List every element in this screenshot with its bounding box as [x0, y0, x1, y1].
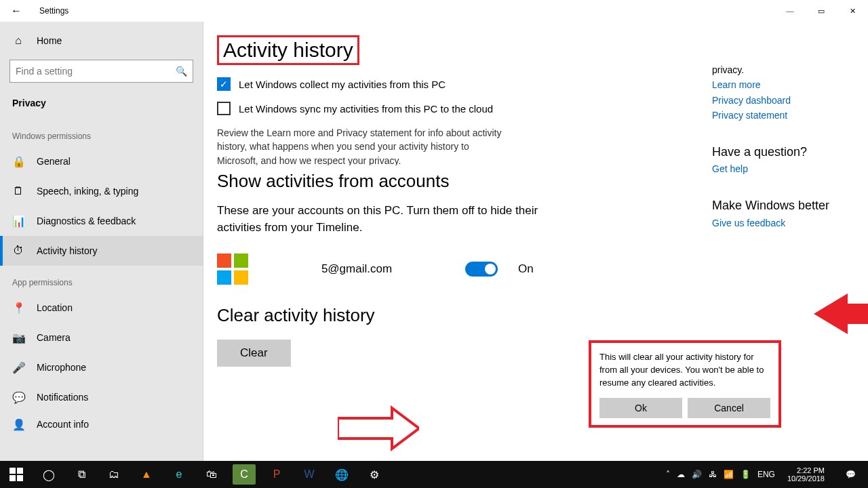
svg-marker-0 — [814, 293, 868, 334]
sidebar-item-label: Camera — [37, 332, 71, 343]
close-button[interactable]: ✕ — [837, 0, 868, 22]
feedback-link[interactable]: Give us feedback — [712, 216, 848, 230]
sidebar-item-label: Activity history — [37, 245, 97, 256]
clock-time: 2:22 PM — [787, 466, 825, 474]
camera-icon: 📷 — [12, 331, 24, 344]
dialog-message: This will clear all your activity histor… — [599, 351, 770, 390]
section-app-permissions: App permissions — [0, 266, 203, 293]
back-button[interactable]: ← — [0, 0, 33, 22]
sidebar-item-speech[interactable]: 🗒Speech, inking, & typing — [0, 176, 203, 206]
sidebar-item-location[interactable]: 📍Location — [0, 293, 203, 323]
learn-more-link[interactable]: Learn more — [712, 77, 848, 92]
sidebar-item-notifications[interactable]: 💬Notifications — [0, 382, 203, 412]
question-header: Have a question? — [712, 142, 848, 162]
account-toggle[interactable] — [465, 262, 498, 277]
system-tray[interactable]: ˄ ☁ 🔊 🖧 📶 🔋 ENG 2:22 PM 10/29/2018 💬 — [666, 461, 868, 488]
sidebar-item-label: Notifications — [37, 392, 88, 403]
checkbox-label: Let Windows collect my activities from t… — [239, 79, 446, 90]
diagnostics-icon: 📊 — [12, 215, 24, 228]
tray-volume-icon[interactable]: 🔊 — [692, 470, 702, 479]
toggle-state-label: On — [518, 262, 534, 276]
task-view-icon[interactable]: ⧉ — [65, 461, 98, 488]
chrome-icon[interactable]: 🌐 — [326, 461, 358, 488]
confirm-dialog: This will clear all your activity histor… — [589, 340, 781, 428]
tray-language[interactable]: ENG — [757, 470, 775, 479]
edge-icon[interactable]: e — [163, 461, 195, 488]
app-title: Settings — [33, 6, 68, 16]
maximize-button[interactable]: ▭ — [806, 0, 837, 22]
main-content: Activity history ✓ Let Windows collect m… — [203, 22, 868, 461]
tray-chevron-icon[interactable]: ˄ — [666, 470, 670, 479]
svg-rect-5 — [17, 475, 23, 481]
camtasia-icon[interactable]: C — [233, 464, 256, 485]
action-center-icon[interactable]: 💬 — [837, 461, 864, 488]
search-box[interactable]: 🔍 — [9, 60, 193, 83]
review-description: Review the Learn more and Privacy statem… — [217, 126, 509, 165]
sidebar-item-activity-history[interactable]: ⏱Activity history — [0, 236, 203, 266]
sidebar-item-general[interactable]: 🔒General — [0, 146, 203, 176]
file-explorer-icon[interactable]: 🗂 — [98, 461, 130, 488]
privacy-dashboard-link[interactable]: Privacy dashboard — [712, 93, 848, 108]
clear-history-header: Clear activity history — [217, 305, 848, 326]
tray-battery-icon[interactable]: 🔋 — [741, 470, 751, 479]
page-title: Activity history — [217, 35, 359, 65]
store-icon[interactable]: 🛍 — [195, 461, 228, 488]
annotation-arrow-solid — [814, 291, 868, 336]
sidebar-home[interactable]: ⌂ Home — [0, 26, 203, 56]
cortana-icon[interactable]: ◯ — [33, 461, 65, 488]
sidebar-item-microphone[interactable]: 🎤Microphone — [0, 352, 203, 382]
clipboard-icon: 🗒 — [12, 185, 24, 197]
get-help-link[interactable]: Get help — [712, 161, 848, 176]
sidebar-item-camera[interactable]: 📷Camera — [0, 323, 203, 352]
settings-taskbar-icon[interactable]: ⚙ — [358, 461, 391, 488]
sidebar-item-label: Account info — [37, 419, 89, 430]
svg-rect-4 — [9, 475, 16, 481]
privacy-statement-link[interactable]: Privacy statement — [712, 108, 848, 123]
privacy-category[interactable]: Privacy — [0, 91, 203, 119]
location-icon: 📍 — [12, 302, 24, 314]
info-pane: privacy. Learn more Privacy dashboard Pr… — [712, 62, 848, 230]
word-icon[interactable]: W — [293, 461, 326, 488]
annotation-arrow-outline — [338, 405, 419, 452]
sidebar-item-label: Microphone — [37, 362, 86, 373]
sidebar-item-diagnostics[interactable]: 📊Diagnostics & feedback — [0, 206, 203, 236]
search-icon: 🔍 — [176, 66, 187, 77]
home-icon: ⌂ — [12, 35, 24, 47]
notifications-icon: 💬 — [12, 391, 24, 404]
tray-network-icon[interactable]: 🖧 — [709, 470, 717, 479]
sidebar-item-label: General — [37, 156, 71, 167]
search-input[interactable] — [16, 66, 176, 77]
checkbox-icon: ✓ — [217, 77, 231, 91]
dialog-ok-button[interactable]: Ok — [599, 398, 682, 418]
svg-marker-1 — [338, 408, 419, 449]
feedback-header: Make Windows better — [712, 196, 848, 216]
sidebar-item-label: Location — [37, 302, 73, 313]
checkbox-label: Let Windows sync my activities from this… — [239, 103, 493, 115]
lock-icon: 🔒 — [12, 155, 24, 168]
minimize-button[interactable]: — — [774, 0, 806, 22]
tray-wifi-icon[interactable]: 📶 — [724, 470, 734, 479]
start-button[interactable] — [0, 461, 33, 488]
powerpoint-icon[interactable]: P — [260, 461, 293, 488]
sidebar-home-label: Home — [37, 35, 62, 46]
clock[interactable]: 2:22 PM 10/29/2018 — [782, 466, 830, 483]
vlc-icon[interactable]: ▲ — [130, 461, 163, 488]
account-email: 5@gmail.com — [262, 262, 452, 276]
taskbar: ◯ ⧉ 🗂 ▲ e 🛍 C P W 🌐 ⚙ ˄ ☁ 🔊 🖧 📶 🔋 ENG 2:… — [0, 461, 868, 488]
sidebar-item-label: Diagnostics & feedback — [37, 216, 136, 226]
clear-button[interactable]: Clear — [217, 340, 291, 367]
titlebar: ← Settings — ▭ ✕ — [0, 0, 868, 22]
svg-rect-3 — [17, 468, 23, 474]
sidebar-item-account-info[interactable]: 👤Account info — [0, 412, 203, 436]
privacy-snippet: privacy. — [712, 64, 744, 75]
tray-onedrive-icon[interactable]: ☁ — [677, 470, 685, 479]
clock-date: 10/29/2018 — [787, 474, 825, 483]
dialog-cancel-button[interactable]: Cancel — [688, 398, 770, 418]
section-windows-permissions: Windows permissions — [0, 119, 203, 146]
checkbox-icon — [217, 102, 231, 115]
account-icon: 👤 — [12, 418, 24, 431]
svg-rect-2 — [9, 468, 16, 474]
microphone-icon: 🎤 — [12, 361, 24, 374]
accounts-description: These are your accounts on this PC. Turn… — [217, 203, 583, 236]
sidebar-item-label: Speech, inking, & typing — [37, 186, 138, 197]
